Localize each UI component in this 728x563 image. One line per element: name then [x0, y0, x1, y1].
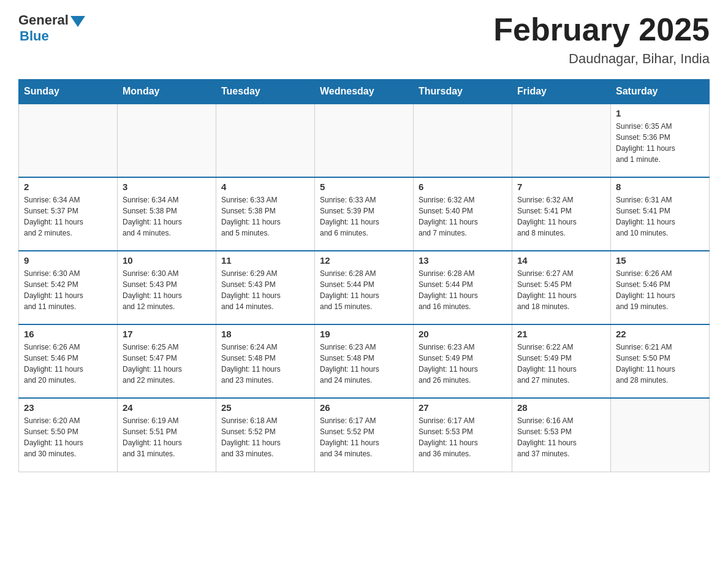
calendar-cell: [216, 104, 315, 177]
calendar-cell: 19Sunrise: 6:23 AM Sunset: 5:48 PM Dayli…: [315, 324, 414, 398]
day-number: 16: [24, 329, 112, 339]
calendar-cell: [512, 104, 611, 177]
day-number: 1: [616, 108, 704, 118]
calendar-cell: [19, 104, 118, 177]
day-number: 21: [517, 329, 605, 339]
calendar-cell: 8Sunrise: 6:31 AM Sunset: 5:41 PM Daylig…: [611, 177, 710, 251]
day-number: 9: [24, 255, 112, 266]
header-tuesday: Tuesday: [216, 80, 315, 104]
calendar-cell: 25Sunrise: 6:18 AM Sunset: 5:52 PM Dayli…: [216, 398, 315, 472]
calendar-cell: 21Sunrise: 6:22 AM Sunset: 5:49 PM Dayli…: [512, 324, 611, 398]
calendar-cell: 7Sunrise: 6:32 AM Sunset: 5:41 PM Daylig…: [512, 177, 611, 251]
day-number: 4: [221, 182, 309, 192]
day-number: 26: [320, 402, 408, 413]
day-info: Sunrise: 6:23 AM Sunset: 5:49 PM Dayligh…: [419, 342, 507, 386]
calendar-title: February 2025: [493, 12, 710, 47]
calendar-cell: [315, 104, 414, 177]
day-number: 3: [123, 182, 211, 192]
day-number: 7: [517, 182, 605, 192]
day-number: 19: [320, 329, 408, 339]
day-info: Sunrise: 6:18 AM Sunset: 5:52 PM Dayligh…: [221, 415, 309, 459]
day-info: Sunrise: 6:32 AM Sunset: 5:41 PM Dayligh…: [517, 194, 605, 239]
day-info: Sunrise: 6:30 AM Sunset: 5:42 PM Dayligh…: [24, 268, 112, 312]
calendar-cell: 16Sunrise: 6:26 AM Sunset: 5:46 PM Dayli…: [19, 324, 118, 398]
day-info: Sunrise: 6:30 AM Sunset: 5:43 PM Dayligh…: [123, 268, 211, 312]
day-info: Sunrise: 6:28 AM Sunset: 5:44 PM Dayligh…: [320, 268, 408, 312]
day-number: 28: [517, 402, 605, 413]
calendar-cell: [414, 104, 512, 177]
day-number: 25: [221, 402, 309, 413]
day-number: 13: [419, 255, 507, 266]
day-number: 17: [123, 329, 211, 339]
day-info: Sunrise: 6:33 AM Sunset: 5:38 PM Dayligh…: [221, 194, 309, 239]
day-number: 24: [123, 402, 211, 413]
header-friday: Friday: [512, 80, 611, 104]
day-number: 18: [221, 329, 309, 339]
calendar-subtitle: Daudnagar, Bihar, India: [493, 51, 710, 67]
calendar-cell: 11Sunrise: 6:29 AM Sunset: 5:43 PM Dayli…: [216, 251, 315, 324]
calendar-cell: 10Sunrise: 6:30 AM Sunset: 5:43 PM Dayli…: [118, 251, 216, 324]
day-number: 15: [616, 255, 704, 266]
day-info: Sunrise: 6:28 AM Sunset: 5:44 PM Dayligh…: [419, 268, 507, 312]
page-header: General Blue February 2025 Daudnagar, Bi…: [18, 12, 710, 67]
day-number: 11: [221, 255, 309, 266]
calendar-cell: 1Sunrise: 6:35 AM Sunset: 5:36 PM Daylig…: [611, 104, 710, 177]
day-number: 6: [419, 182, 507, 192]
day-info: Sunrise: 6:32 AM Sunset: 5:40 PM Dayligh…: [419, 194, 507, 239]
day-number: 20: [419, 329, 507, 339]
day-info: Sunrise: 6:33 AM Sunset: 5:39 PM Dayligh…: [320, 194, 408, 239]
calendar-cell: 26Sunrise: 6:17 AM Sunset: 5:52 PM Dayli…: [315, 398, 414, 472]
title-section: February 2025 Daudnagar, Bihar, India: [493, 12, 710, 67]
logo: General Blue: [18, 12, 85, 44]
day-info: Sunrise: 6:35 AM Sunset: 5:36 PM Dayligh…: [616, 121, 704, 165]
header-thursday: Thursday: [414, 80, 512, 104]
day-number: 22: [616, 329, 704, 339]
calendar-cell: 28Sunrise: 6:16 AM Sunset: 5:53 PM Dayli…: [512, 398, 611, 472]
day-info: Sunrise: 6:17 AM Sunset: 5:52 PM Dayligh…: [320, 415, 408, 459]
header-saturday: Saturday: [611, 80, 710, 104]
calendar-cell: 13Sunrise: 6:28 AM Sunset: 5:44 PM Dayli…: [414, 251, 512, 324]
day-number: 2: [24, 182, 112, 192]
day-number: 12: [320, 255, 408, 266]
day-number: 14: [517, 255, 605, 266]
day-number: 10: [123, 255, 211, 266]
header-monday: Monday: [118, 80, 216, 104]
logo-triangle-icon: [70, 16, 85, 27]
day-info: Sunrise: 6:23 AM Sunset: 5:48 PM Dayligh…: [320, 342, 408, 386]
calendar-cell: 6Sunrise: 6:32 AM Sunset: 5:40 PM Daylig…: [414, 177, 512, 251]
header-wednesday: Wednesday: [315, 80, 414, 104]
calendar-cell: 24Sunrise: 6:19 AM Sunset: 5:51 PM Dayli…: [118, 398, 216, 472]
calendar-cell: 20Sunrise: 6:23 AM Sunset: 5:49 PM Dayli…: [414, 324, 512, 398]
calendar-cell: 14Sunrise: 6:27 AM Sunset: 5:45 PM Dayli…: [512, 251, 611, 324]
day-info: Sunrise: 6:16 AM Sunset: 5:53 PM Dayligh…: [517, 415, 605, 459]
calendar-cell: 4Sunrise: 6:33 AM Sunset: 5:38 PM Daylig…: [216, 177, 315, 251]
calendar-cell: 15Sunrise: 6:26 AM Sunset: 5:46 PM Dayli…: [611, 251, 710, 324]
day-number: 8: [616, 182, 704, 192]
calendar-cell: 3Sunrise: 6:34 AM Sunset: 5:38 PM Daylig…: [118, 177, 216, 251]
calendar-cell: 5Sunrise: 6:33 AM Sunset: 5:39 PM Daylig…: [315, 177, 414, 251]
day-info: Sunrise: 6:17 AM Sunset: 5:53 PM Dayligh…: [419, 415, 507, 459]
day-number: 5: [320, 182, 408, 192]
day-number: 23: [24, 402, 112, 413]
day-info: Sunrise: 6:19 AM Sunset: 5:51 PM Dayligh…: [123, 415, 211, 459]
calendar-cell: 27Sunrise: 6:17 AM Sunset: 5:53 PM Dayli…: [414, 398, 512, 472]
day-info: Sunrise: 6:26 AM Sunset: 5:46 PM Dayligh…: [24, 342, 112, 386]
day-info: Sunrise: 6:25 AM Sunset: 5:47 PM Dayligh…: [123, 342, 211, 386]
calendar-cell: 22Sunrise: 6:21 AM Sunset: 5:50 PM Dayli…: [611, 324, 710, 398]
calendar-cell: 2Sunrise: 6:34 AM Sunset: 5:37 PM Daylig…: [19, 177, 118, 251]
calendar-cell: [118, 104, 216, 177]
calendar-cell: 9Sunrise: 6:30 AM Sunset: 5:42 PM Daylig…: [19, 251, 118, 324]
calendar-cell: 18Sunrise: 6:24 AM Sunset: 5:48 PM Dayli…: [216, 324, 315, 398]
calendar-cell: [611, 398, 710, 472]
calendar-table: SundayMondayTuesdayWednesdayThursdayFrid…: [18, 79, 710, 472]
day-info: Sunrise: 6:34 AM Sunset: 5:38 PM Dayligh…: [123, 194, 211, 239]
day-info: Sunrise: 6:20 AM Sunset: 5:50 PM Dayligh…: [24, 415, 112, 459]
day-info: Sunrise: 6:31 AM Sunset: 5:41 PM Dayligh…: [616, 194, 704, 239]
day-info: Sunrise: 6:22 AM Sunset: 5:49 PM Dayligh…: [517, 342, 605, 386]
day-info: Sunrise: 6:27 AM Sunset: 5:45 PM Dayligh…: [517, 268, 605, 312]
logo-general-text: General: [18, 12, 69, 28]
logo-blue-text: Blue: [20, 28, 49, 44]
calendar-cell: 17Sunrise: 6:25 AM Sunset: 5:47 PM Dayli…: [118, 324, 216, 398]
calendar-body: 1Sunrise: 6:35 AM Sunset: 5:36 PM Daylig…: [19, 104, 710, 472]
calendar-header: SundayMondayTuesdayWednesdayThursdayFrid…: [19, 80, 710, 104]
